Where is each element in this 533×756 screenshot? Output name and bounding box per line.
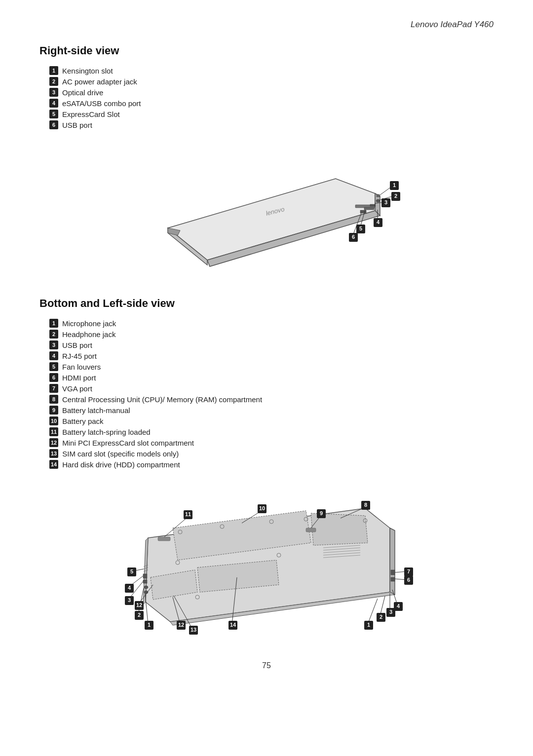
item-label: Headphone jack bbox=[62, 330, 115, 339]
svg-text:5: 5 bbox=[130, 568, 133, 574]
list-item: 5Fan louvers bbox=[49, 362, 494, 371]
item-badge: 5 bbox=[49, 110, 58, 118]
svg-point-2 bbox=[376, 199, 380, 202]
item-label: RJ-45 port bbox=[62, 352, 97, 360]
page-number: 75 bbox=[39, 661, 494, 670]
item-badge: 2 bbox=[49, 330, 58, 339]
right-side-title: Right-side view bbox=[39, 44, 494, 57]
svg-text:9: 9 bbox=[320, 510, 323, 516]
svg-text:12: 12 bbox=[136, 602, 142, 608]
list-item: 6USB port bbox=[49, 120, 494, 129]
svg-text:5: 5 bbox=[359, 226, 362, 231]
svg-text:1: 1 bbox=[367, 622, 370, 628]
list-item: 4eSATA/USB combo port bbox=[49, 99, 494, 108]
list-item: 13SIM card slot (specific models only) bbox=[49, 449, 494, 458]
item-badge: 8 bbox=[49, 395, 58, 404]
item-badge: 4 bbox=[49, 99, 58, 108]
svg-rect-5 bbox=[364, 207, 374, 210]
item-badge: 10 bbox=[49, 416, 58, 425]
svg-text:2: 2 bbox=[380, 614, 382, 620]
bottom-left-list: 1Microphone jack2Headphone jack3USB port… bbox=[49, 319, 494, 469]
svg-rect-4 bbox=[370, 204, 375, 206]
laptop-body: lenovo bbox=[168, 179, 400, 266]
list-item: 8Central Processing Unit (CPU)/ Memory (… bbox=[49, 395, 494, 404]
item-badge: 6 bbox=[49, 373, 58, 382]
list-item: 6HDMI port bbox=[49, 373, 494, 382]
svg-rect-44 bbox=[143, 574, 147, 578]
item-label: HDMI port bbox=[62, 374, 96, 382]
item-label: Battery pack bbox=[62, 417, 103, 425]
item-badge: 5 bbox=[49, 362, 58, 371]
right-side-svg: lenovo bbox=[128, 139, 405, 282]
list-item: 3USB port bbox=[49, 340, 494, 349]
item-badge: 9 bbox=[49, 406, 58, 415]
list-item: 4RJ-45 port bbox=[49, 351, 494, 360]
svg-text:13: 13 bbox=[190, 627, 196, 633]
item-badge: 12 bbox=[49, 438, 58, 447]
item-label: SIM card slot (specific models only) bbox=[62, 450, 179, 458]
list-item: 2AC power adapter jack bbox=[49, 77, 494, 86]
item-label: eSATA/USB combo port bbox=[62, 99, 141, 108]
list-item: 9Battery latch-manual bbox=[49, 406, 494, 415]
item-badge: 2 bbox=[49, 77, 58, 86]
bottom-left-section: Bottom and Left-side view 1Microphone ja… bbox=[39, 297, 494, 646]
page: Lenovo IdeaPad Y460 Right-side view 1Ken… bbox=[0, 0, 533, 756]
item-label: Central Processing Unit (CPU)/ Memory (R… bbox=[62, 395, 262, 404]
svg-text:6: 6 bbox=[352, 234, 355, 240]
item-badge: 11 bbox=[49, 427, 58, 436]
svg-text:4: 4 bbox=[128, 585, 131, 591]
right-side-diagram: lenovo bbox=[39, 139, 494, 282]
svg-text:2: 2 bbox=[138, 612, 141, 618]
svg-point-42 bbox=[144, 586, 148, 589]
bottom-left-diagram: 11 10 9 8 7 bbox=[39, 479, 494, 646]
list-item: 1Kensington slot bbox=[49, 66, 494, 75]
svg-rect-43 bbox=[143, 580, 147, 583]
item-label: Microphone jack bbox=[62, 319, 116, 328]
item-label: ExpressCard Slot bbox=[62, 110, 120, 118]
item-label: Hard disk drive (HDD) compartment bbox=[62, 460, 180, 469]
bottom-left-svg: 11 10 9 8 7 bbox=[99, 479, 434, 646]
right-side-section: Right-side view 1Kensington slot2AC powe… bbox=[39, 44, 494, 282]
svg-text:2: 2 bbox=[394, 193, 397, 199]
item-label: Battery latch-spring loaded bbox=[62, 428, 150, 436]
item-label: Battery latch-manual bbox=[62, 406, 130, 415]
svg-rect-40 bbox=[306, 528, 316, 532]
svg-text:4: 4 bbox=[377, 219, 380, 225]
svg-text:6: 6 bbox=[407, 577, 410, 583]
item-badge: 4 bbox=[49, 351, 58, 360]
item-badge: 1 bbox=[49, 319, 58, 328]
item-label: Kensington slot bbox=[62, 67, 113, 75]
laptop-bottom-body: 11 10 9 8 7 bbox=[125, 501, 413, 635]
item-label: Optical drive bbox=[62, 88, 103, 97]
item-label: USB port bbox=[62, 121, 92, 129]
list-item: 1Microphone jack bbox=[49, 319, 494, 328]
svg-text:12: 12 bbox=[178, 622, 184, 628]
item-badge: 14 bbox=[49, 460, 58, 469]
svg-text:3: 3 bbox=[384, 199, 387, 205]
list-item: 11Battery latch-spring loaded bbox=[49, 427, 494, 436]
item-badge: 13 bbox=[49, 449, 58, 458]
list-item: 2Headphone jack bbox=[49, 330, 494, 339]
list-item: 10Battery pack bbox=[49, 416, 494, 425]
item-label: AC power adapter jack bbox=[62, 77, 137, 86]
svg-rect-1 bbox=[377, 194, 380, 197]
svg-text:8: 8 bbox=[364, 502, 367, 508]
list-item: 14Hard disk drive (HDD) compartment bbox=[49, 460, 494, 469]
svg-text:4: 4 bbox=[397, 603, 400, 609]
item-label: VGA port bbox=[62, 384, 92, 393]
svg-rect-49 bbox=[391, 570, 395, 575]
svg-rect-48 bbox=[391, 577, 395, 581]
svg-rect-39 bbox=[158, 537, 170, 541]
svg-text:10: 10 bbox=[259, 505, 265, 511]
item-label: Mini PCI ExpressCard slot compartment bbox=[62, 439, 194, 447]
list-item: 12Mini PCI ExpressCard slot compartment bbox=[49, 438, 494, 447]
item-badge: 3 bbox=[49, 340, 58, 349]
item-label: USB port bbox=[62, 341, 92, 349]
list-item: 5ExpressCard Slot bbox=[49, 110, 494, 118]
svg-text:14: 14 bbox=[230, 622, 236, 628]
svg-rect-6 bbox=[360, 210, 366, 213]
svg-text:7: 7 bbox=[407, 568, 410, 574]
item-badge: 6 bbox=[49, 120, 58, 129]
svg-text:3: 3 bbox=[389, 609, 392, 615]
svg-text:11: 11 bbox=[185, 511, 191, 517]
